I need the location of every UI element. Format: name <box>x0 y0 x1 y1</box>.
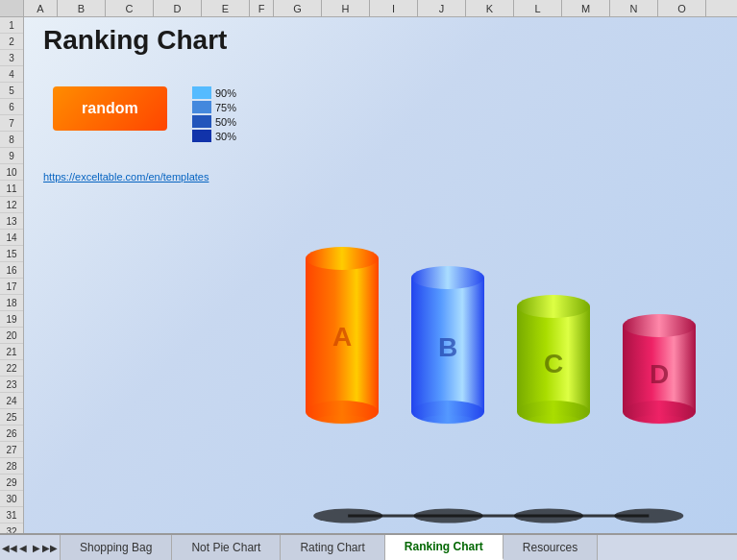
col-header-b: B <box>58 0 106 16</box>
svg-point-9 <box>316 415 367 425</box>
row-num-6: 6 <box>0 99 23 115</box>
col-header-a: A <box>24 0 58 16</box>
row-num-17: 17 <box>0 279 23 295</box>
row-num-3: 3 <box>0 50 23 66</box>
svg-point-19 <box>528 415 578 425</box>
content-area: Ranking Chart random 90%75%50%30% https:… <box>24 17 737 533</box>
legend-item-0: 90% <box>192 86 236 99</box>
row-num-23: 23 <box>0 377 23 393</box>
row-num-29: 29 <box>0 475 23 491</box>
svg-point-24 <box>633 415 684 425</box>
spreadsheet: ABCDEFGHIJKLMNO 123456789101112131415161… <box>0 0 737 560</box>
col-header-f: F <box>250 0 274 16</box>
legend-item-2: 50% <box>192 115 236 128</box>
svg-text:B: B <box>438 332 457 362</box>
svg-point-17 <box>517 295 590 318</box>
cylinder-svg-c: C <box>515 293 592 429</box>
col-header-o: O <box>658 0 706 16</box>
chart-title: Ranking Chart <box>43 25 227 56</box>
svg-text:C: C <box>544 349 563 378</box>
main-area: 1234567891011121314151617181920212223242… <box>0 17 737 533</box>
row-num-27: 27 <box>0 442 23 458</box>
col-header-n: N <box>610 0 658 16</box>
row-num-32: 32 <box>0 523 23 533</box>
row-num-21: 21 <box>0 344 23 360</box>
svg-point-14 <box>422 415 473 425</box>
connector-line <box>298 506 708 512</box>
row-num-2: 2 <box>0 34 23 50</box>
tab-rating-chart[interactable]: Rating Chart <box>281 535 384 560</box>
col-corner <box>0 0 24 16</box>
legend: 90%75%50%30% <box>192 86 236 142</box>
row-num-12: 12 <box>0 197 23 213</box>
col-header-k: K <box>466 0 514 16</box>
legend-color-2 <box>192 115 211 128</box>
cylinder-group-a: A <box>304 245 381 429</box>
svg-text:D: D <box>650 359 669 389</box>
svg-point-7 <box>306 247 379 270</box>
row-num-1: 1 <box>0 17 23 34</box>
legend-color-0 <box>192 86 211 99</box>
row-numbers: 1234567891011121314151617181920212223242… <box>0 17 24 533</box>
row-num-31: 31 <box>0 507 23 523</box>
legend-label-3: 30% <box>215 131 236 142</box>
row-num-24: 24 <box>0 393 23 409</box>
legend-label-1: 75% <box>215 102 236 113</box>
col-header-g: G <box>274 0 322 16</box>
exceltable-link[interactable]: https://exceltable.com/en/templates <box>43 171 209 183</box>
col-header-h: H <box>322 0 370 16</box>
row-num-4: 4 <box>0 66 23 83</box>
row-num-19: 19 <box>0 311 23 328</box>
tab-first-arrow[interactable]: ◀◀ <box>4 542 15 553</box>
row-num-18: 18 <box>0 295 23 311</box>
col-header-j: J <box>418 0 466 16</box>
cylinder-group-d: D <box>621 312 698 429</box>
row-num-11: 11 <box>0 181 23 197</box>
legend-color-3 <box>192 130 211 142</box>
row-num-22: 22 <box>0 360 23 377</box>
cylinder-svg-b: B <box>409 264 486 429</box>
tab-prev-arrow[interactable]: ◀ <box>17 542 29 553</box>
row-num-7: 7 <box>0 115 23 132</box>
cylinder-group-c: C <box>515 293 592 429</box>
col-header-d: D <box>154 0 202 16</box>
row-num-30: 30 <box>0 491 23 507</box>
svg-text:A: A <box>332 322 352 352</box>
legend-item-1: 75% <box>192 101 236 113</box>
col-header-e: E <box>202 0 250 16</box>
tab-shopping-bag[interactable]: Shopping Bag <box>61 535 172 560</box>
cylinder-svg-a: A <box>304 245 381 429</box>
tab-last-arrow[interactable]: ▶▶ <box>44 542 56 553</box>
row-num-14: 14 <box>0 230 23 246</box>
cylinder-svg-d: D <box>621 312 698 429</box>
legend-label-2: 50% <box>215 116 236 128</box>
legend-label-0: 90% <box>215 87 236 99</box>
svg-point-22 <box>623 314 696 337</box>
row-num-15: 15 <box>0 246 23 262</box>
row-num-26: 26 <box>0 426 23 442</box>
col-headers: ABCDEFGHIJKLMNO <box>0 0 737 17</box>
row-num-8: 8 <box>0 132 23 148</box>
random-button[interactable]: random <box>53 86 167 131</box>
col-header-l: L <box>514 0 562 16</box>
row-num-13: 13 <box>0 213 23 230</box>
col-header-i: I <box>370 0 418 16</box>
tab-not-pie-chart[interactable]: Not Pie Chart <box>172 535 281 560</box>
row-num-9: 9 <box>0 148 23 164</box>
legend-color-1 <box>192 101 211 113</box>
row-num-25: 25 <box>0 409 23 426</box>
row-num-5: 5 <box>0 83 23 99</box>
tab-resources[interactable]: Resources <box>504 535 598 560</box>
row-num-28: 28 <box>0 458 23 475</box>
legend-item-3: 30% <box>192 130 236 142</box>
row-num-10: 10 <box>0 164 23 181</box>
tab-next-arrow[interactable]: ▶ <box>31 542 42 553</box>
row-num-20: 20 <box>0 328 23 344</box>
svg-point-12 <box>411 266 484 289</box>
chart-area: A B <box>264 152 737 475</box>
tabs-bar: ◀◀ ◀ ▶ ▶▶ Shopping BagNot Pie ChartRatin… <box>0 533 737 560</box>
tab-ranking-chart[interactable]: Ranking Chart <box>385 535 504 560</box>
tab-nav-arrows[interactable]: ◀◀ ◀ ▶ ▶▶ <box>0 535 61 560</box>
col-header-m: M <box>562 0 610 16</box>
cylinder-group-b: B <box>409 264 486 429</box>
